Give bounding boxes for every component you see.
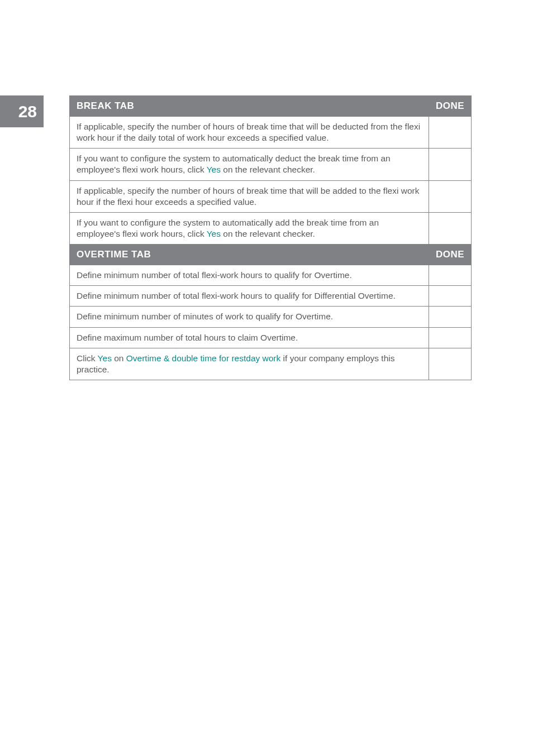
done-cell — [429, 212, 471, 244]
row-text: Click Yes on Overtime & double time for … — [70, 348, 429, 380]
row-text-content: Define minimum number of total flexi-wor… — [77, 291, 396, 300]
yes-link: Yes — [207, 229, 221, 238]
row-text-content: If applicable, specify the number of hou… — [77, 186, 419, 207]
done-cell — [429, 286, 471, 307]
row-post: on the relevant checker. — [221, 229, 315, 238]
row-post: on the relevant checker. — [221, 165, 315, 174]
table-row: Define minimum number of total flexi-wor… — [70, 265, 472, 286]
header-done: DONE — [429, 245, 471, 265]
header-done: DONE — [429, 96, 471, 117]
table-header-row: BREAK TAB DONE — [70, 96, 472, 117]
row-text-content: Define maximum number of total hours to … — [77, 333, 298, 342]
table-row: Define minimum number of total flexi-wor… — [70, 286, 472, 307]
done-cell — [429, 117, 471, 149]
done-cell — [429, 307, 471, 327]
page-number: 28 — [18, 102, 37, 121]
done-cell — [429, 149, 471, 180]
yes-link: Yes — [207, 165, 221, 174]
table-row: If applicable, specify the number of hou… — [70, 117, 472, 149]
row-text: If you want to configure the system to a… — [70, 149, 429, 180]
content-area: BREAK TAB DONE If applicable, specify th… — [69, 95, 472, 380]
table-row: Define minimum number of minutes of work… — [70, 307, 472, 327]
overtime-restday-link: Overtime & double time for restday work — [126, 353, 281, 363]
row-text: Define minimum number of total flexi-wor… — [70, 265, 429, 286]
row-text: If applicable, specify the number of hou… — [70, 117, 429, 149]
row-text: If you want to configure the system to a… — [70, 212, 429, 244]
row-text-content: Define minimum number of total flexi-wor… — [77, 270, 352, 280]
row-pre: Click — [77, 353, 98, 363]
page-number-tab: 28 — [0, 95, 44, 127]
done-cell — [429, 180, 471, 212]
done-cell — [429, 327, 471, 348]
yes-link: Yes — [98, 353, 112, 363]
row-text: If applicable, specify the number of hou… — [70, 180, 429, 212]
table-row: If applicable, specify the number of hou… — [70, 180, 472, 212]
header-overtime-tab: OVERTIME TAB — [70, 245, 429, 265]
table-header-row: OVERTIME TAB DONE — [70, 245, 472, 265]
row-text-content: If applicable, specify the number of hou… — [77, 122, 420, 142]
done-cell — [429, 348, 471, 380]
row-text: Define minimum number of minutes of work… — [70, 307, 429, 327]
row-text: Define minimum number of total flexi-wor… — [70, 286, 429, 307]
row-text-content: Define minimum number of minutes of work… — [77, 312, 333, 321]
row-text: Define maximum number of total hours to … — [70, 327, 429, 348]
done-cell — [429, 265, 471, 286]
table-row: Click Yes on Overtime & double time for … — [70, 348, 472, 380]
table-row: Define maximum number of total hours to … — [70, 327, 472, 348]
row-mid: on — [112, 353, 126, 363]
table-row: If you want to configure the system to a… — [70, 149, 472, 180]
header-break-tab: BREAK TAB — [70, 96, 429, 117]
table-row: If you want to configure the system to a… — [70, 212, 472, 244]
checklist-table: BREAK TAB DONE If applicable, specify th… — [69, 95, 472, 380]
